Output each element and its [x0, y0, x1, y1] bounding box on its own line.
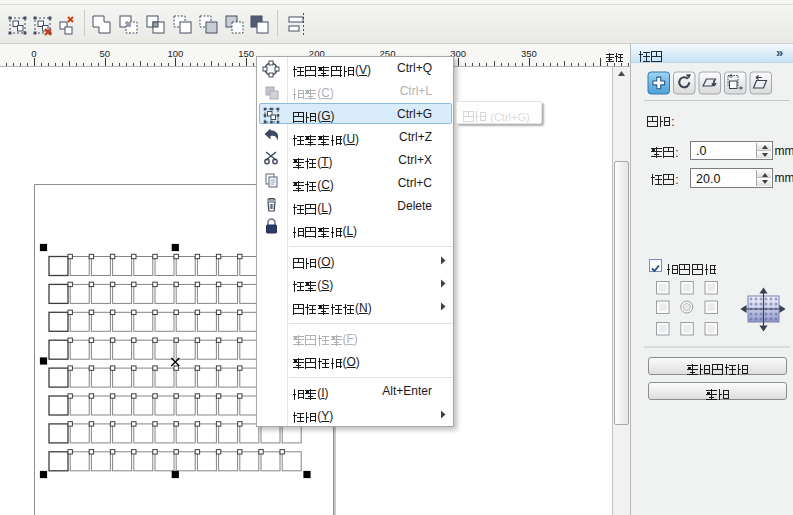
svg-text:0: 0 [31, 48, 36, 59]
svg-text:50: 50 [99, 48, 110, 59]
svg-text:150: 150 [238, 48, 254, 59]
svg-text:350: 350 [521, 48, 537, 59]
svg-text:100: 100 [167, 48, 183, 59]
